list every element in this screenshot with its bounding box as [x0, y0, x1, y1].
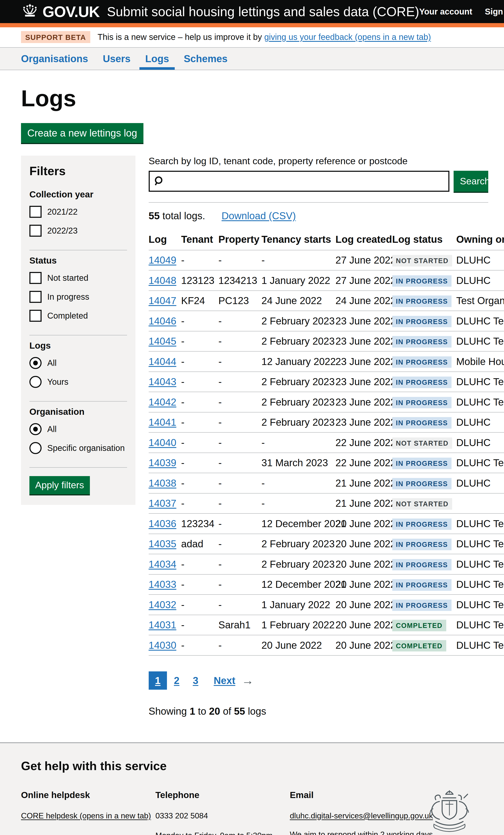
filter-option: 2021/22: [29, 206, 127, 218]
log-id-link[interactable]: 14036: [149, 518, 176, 529]
property-cell: -: [218, 635, 261, 655]
govuk-header: GOV.UK Submit social housing lettings an…: [0, 0, 504, 23]
feedback-link[interactable]: giving us your feedback (opens in a new …: [264, 32, 431, 42]
search-input[interactable]: [149, 171, 450, 192]
checkbox-2022-23[interactable]: [29, 225, 42, 237]
log-id-link[interactable]: 14047: [149, 295, 176, 306]
filter-group-status: StatusNot startedIn progressCompleted: [29, 250, 127, 331]
log-id-link[interactable]: 14044: [149, 356, 176, 367]
checkbox-not-started[interactable]: [29, 272, 42, 284]
log-id-link[interactable]: 14045: [149, 335, 176, 347]
primary-nav: OrganisationsUsersLogsSchemes: [0, 48, 504, 70]
tab-users[interactable]: Users: [97, 48, 136, 70]
table-row: 14049---27 June 2022NOT STARTEDDLUHC: [149, 250, 504, 270]
email-link[interactable]: dluhc.digital-services@levellingup.gov.u…: [290, 811, 433, 820]
filter-option-label: Specific organisation: [47, 443, 125, 453]
log-id-cell: 14046: [149, 311, 181, 331]
tenant-cell: -: [181, 392, 219, 412]
property-cell: -: [218, 574, 261, 595]
log-status-cell: IN PROGRESS: [392, 534, 456, 554]
pagination-page-1[interactable]: 1: [149, 671, 167, 690]
header-account-nav: Your account Sign out: [419, 7, 504, 16]
log-id-cell: 14030: [149, 635, 181, 655]
tab-logs[interactable]: Logs: [139, 48, 175, 70]
log-status-cell: COMPLETED: [392, 615, 456, 635]
radio-all[interactable]: [29, 423, 42, 435]
tenant-cell: -: [181, 351, 219, 372]
pagination-page-3[interactable]: 3: [186, 671, 205, 690]
pagination-next-link[interactable]: Next: [214, 675, 236, 686]
create-lettings-log-button[interactable]: Create a new lettings log: [21, 123, 143, 143]
log-created-cell: 20 June 2022: [336, 615, 392, 635]
telephone-heading: Telephone: [155, 789, 290, 801]
log-id-link[interactable]: 14048: [149, 275, 176, 286]
log-id-cell: 14047: [149, 291, 181, 311]
log-id-link[interactable]: 14042: [149, 396, 176, 408]
checkbox-2021-22[interactable]: [29, 206, 42, 218]
log-id-link[interactable]: 14043: [149, 376, 176, 387]
filter-option-label: 2022/23: [47, 226, 78, 236]
filter-option-label: Completed: [47, 311, 88, 321]
filter-option: Completed: [29, 310, 127, 322]
govuk-logo-link[interactable]: GOV.UK: [21, 3, 100, 20]
tenancy-starts-cell: 1 January 2022: [261, 594, 336, 615]
column-header-log: Log: [149, 229, 181, 250]
tab-schemes[interactable]: Schemes: [178, 48, 233, 70]
property-cell: -: [218, 493, 261, 514]
search-button[interactable]: Search: [453, 171, 488, 192]
log-id-link[interactable]: 14038: [149, 477, 176, 489]
checkbox-completed[interactable]: [29, 310, 42, 322]
log-id-link[interactable]: 14032: [149, 599, 176, 610]
tenant-cell: 123123: [181, 270, 219, 291]
status-badge: IN PROGRESS: [392, 275, 452, 287]
tab-organisations[interactable]: Organisations: [15, 48, 94, 70]
log-status-cell: NOT STARTED: [392, 432, 456, 453]
log-created-cell: 20 June 2022: [336, 513, 392, 534]
owning-organisation-cell: DLUHC Test: [456, 392, 504, 412]
table-row: 14034--2 February 202320 June 2022IN PRO…: [149, 554, 504, 574]
log-id-cell: 14033: [149, 574, 181, 595]
log-id-link[interactable]: 14030: [149, 640, 176, 651]
tenancy-starts-cell: 1 February 2022: [261, 615, 336, 635]
log-id-cell: 14031: [149, 615, 181, 635]
log-id-link[interactable]: 14031: [149, 619, 176, 630]
tenancy-starts-cell: 24 June 2022: [261, 291, 336, 311]
tenancy-starts-cell: -: [261, 473, 336, 493]
tenant-cell: -: [181, 311, 219, 331]
log-id-link[interactable]: 14037: [149, 498, 176, 509]
filter-option-label: All: [47, 358, 57, 368]
log-id-link[interactable]: 14041: [149, 417, 176, 428]
filter-option: Specific organisation: [29, 442, 127, 454]
total-count-suffix: total logs.: [160, 210, 205, 221]
pagination: 123Next→: [149, 671, 504, 690]
log-id-link[interactable]: 14046: [149, 315, 176, 327]
tenancy-starts-cell: 2 February 2023: [261, 412, 336, 433]
log-id-link[interactable]: 14034: [149, 558, 176, 570]
radio-all[interactable]: [29, 357, 42, 369]
status-badge: IN PROGRESS: [392, 539, 452, 550]
table-row: 14037---21 June 2022NOT STARTED: [149, 493, 504, 514]
radio-specific-organisation[interactable]: [29, 442, 42, 454]
core-helpdesk-link[interactable]: CORE helpdesk (opens in a new tab): [21, 811, 151, 820]
your-account-link[interactable]: Your account: [419, 7, 472, 16]
pagination-page-2[interactable]: 2: [167, 671, 186, 690]
log-id-link[interactable]: 14039: [149, 457, 176, 468]
tenant-cell: -: [181, 372, 219, 392]
owning-organisation-cell: DLUHC: [456, 250, 504, 270]
log-id-link[interactable]: 14040: [149, 437, 176, 448]
logs-table-header: LogTenantPropertyTenancy startsLog creat…: [149, 229, 504, 250]
log-id-link[interactable]: 14035: [149, 538, 176, 549]
owning-organisation-cell: DLUHC Test: [456, 635, 504, 655]
log-id-link[interactable]: 14033: [149, 579, 176, 590]
apply-filters-button[interactable]: Apply filters: [29, 476, 90, 494]
download-csv-link[interactable]: Download (CSV): [222, 210, 296, 221]
status-badge: IN PROGRESS: [392, 296, 452, 307]
service-name[interactable]: Submit social housing lettings and sales…: [107, 4, 419, 19]
checkbox-in-progress[interactable]: [29, 291, 42, 303]
log-id-link[interactable]: 14049: [149, 254, 176, 266]
sign-out-link[interactable]: Sign out: [485, 7, 504, 16]
tenant-cell: -: [181, 453, 219, 473]
radio-yours[interactable]: [29, 376, 42, 388]
log-id-cell: 14043: [149, 372, 181, 392]
table-row: 14035adad-2 February 202320 June 2022IN …: [149, 534, 504, 554]
